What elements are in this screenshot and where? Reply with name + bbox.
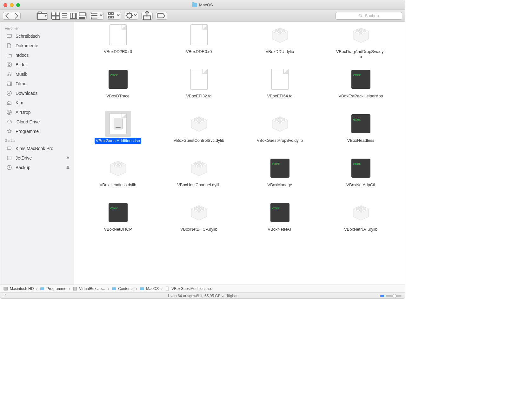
tags-button[interactable]	[156, 12, 167, 20]
breadcrumb-item[interactable]: MacOS	[140, 286, 159, 291]
file-item[interactable]: VBoxHostChannel.dylib	[160, 155, 238, 196]
file-view[interactable]: VBoxDD2R0.r0VBoxDDR0.r0VBoxDDU.dylibVBox…	[74, 22, 405, 285]
svg-rect-6	[73, 13, 75, 18]
sidebar-item[interactable]: AirDrop	[0, 108, 74, 117]
svg-point-18	[359, 14, 362, 16]
sidebar-item-label: Backup	[16, 165, 30, 170]
sidebar-item[interactable]: htdocs	[0, 50, 74, 60]
new-folder-button[interactable]	[37, 12, 48, 20]
sidebar-item[interactable]: iCloud Drive	[0, 117, 74, 127]
svg-rect-7	[76, 13, 76, 18]
coverflow-view-button[interactable]	[78, 12, 87, 20]
list-view-button[interactable]	[60, 12, 69, 20]
sidebar-item[interactable]: Programme	[0, 127, 74, 136]
breadcrumb-item[interactable]: Contents	[112, 286, 133, 291]
breadcrumb-label: Contents	[118, 286, 133, 291]
file-item[interactable]: VBoxNetDHCP.dylib	[160, 200, 238, 241]
arrange-menu-button[interactable]	[90, 12, 104, 20]
zoom-window-button[interactable]	[16, 3, 20, 7]
breadcrumb-item[interactable]: Macintosh HD	[3, 286, 34, 291]
toolbar: Suchen	[0, 10, 405, 22]
close-window-button[interactable]	[3, 3, 7, 7]
icon-size-slider[interactable]	[380, 295, 402, 297]
svg-rect-33	[73, 287, 76, 290]
window-title: MacOS	[192, 3, 213, 7]
file-item[interactable]: VBoxHeadless.dylib	[79, 155, 157, 196]
file-item[interactable]: VBoxHeadless	[322, 111, 400, 152]
svg-rect-32	[40, 287, 44, 290]
breadcrumb-separator-icon: ›	[36, 286, 37, 291]
sidebar-item[interactable]: Kims MacBook Pro	[0, 144, 74, 153]
breadcrumb-item[interactable]: Programme	[40, 286, 66, 291]
svg-rect-15	[111, 16, 113, 18]
file-item[interactable]: VBoxDDR0.r0	[160, 22, 238, 63]
sidebar-item-label: Downloads	[16, 91, 37, 96]
file-item[interactable]: VBoxNetNAT.dylib	[322, 200, 400, 241]
file-label: VBoxHeadless	[347, 138, 374, 143]
eject-icon[interactable]	[66, 165, 70, 170]
svg-point-21	[8, 64, 10, 66]
file-label: VBoxGuestPropSvc.dylib	[257, 138, 303, 143]
sidebar-item[interactable]: Filme	[0, 79, 74, 89]
eject-icon[interactable]	[66, 155, 70, 161]
sidebar-item[interactable]: Downloads	[0, 89, 74, 98]
breadcrumb-label: VBoxGuestAdditions.iso	[171, 286, 212, 291]
sidebar-item-label: Kims MacBook Pro	[16, 146, 53, 151]
breadcrumb-item[interactable]: VirtualBox.ap…	[73, 286, 105, 291]
file-label: VBoxDDU.dylib	[266, 49, 294, 54]
sidebar-item[interactable]: Musik	[0, 69, 74, 79]
file-item[interactable]: VBoxGuestPropSvc.dylib	[241, 111, 319, 152]
column-view-button[interactable]	[69, 12, 78, 20]
sidebar-item[interactable]: Bilder	[0, 60, 74, 69]
svg-rect-5	[70, 13, 72, 18]
svg-rect-1	[52, 12, 55, 15]
file-item[interactable]: VBoxDragAndDropSvc.dylib	[322, 22, 400, 63]
folder-icon	[192, 3, 197, 7]
file-item[interactable]: VBoxNetNAT	[241, 200, 319, 241]
file-item[interactable]: VBoxDDU.dylib	[241, 22, 319, 63]
sidebar-item[interactable]: Kim	[0, 98, 74, 108]
forward-button[interactable]	[12, 12, 21, 20]
breadcrumb-label: Macintosh HD	[10, 286, 34, 291]
file-icon	[267, 66, 293, 92]
file-item[interactable]: VBoxManage	[241, 155, 319, 196]
minimize-window-button[interactable]	[10, 3, 14, 7]
sidebar-item[interactable]: Backup	[0, 163, 74, 172]
file-icon	[267, 22, 293, 48]
file-item[interactable]: VBoxExtPackHelperApp	[322, 66, 400, 108]
file-item[interactable]: VBoxEFI32.fd	[160, 66, 238, 108]
customize-toolbar-icon[interactable]	[2, 293, 6, 298]
group-menu-button[interactable]	[107, 12, 121, 20]
breadcrumb-label: MacOS	[146, 286, 159, 291]
downloads-icon	[6, 90, 12, 96]
svg-rect-14	[109, 16, 110, 18]
svg-point-9	[91, 13, 92, 14]
search-field[interactable]: Suchen	[336, 12, 402, 20]
file-item[interactable]: VBoxNetDHCP	[79, 200, 157, 241]
file-item[interactable]: VBoxDD2R0.r0	[79, 22, 157, 63]
svg-rect-2	[57, 12, 59, 15]
file-label: VBoxDDR0.r0	[186, 49, 212, 54]
file-item[interactable]: VBoxEFI64.fd	[241, 66, 319, 108]
music-icon	[6, 71, 12, 77]
sidebar-item[interactable]: JetDrive	[0, 153, 74, 163]
share-button[interactable]	[141, 12, 153, 20]
file-item[interactable]: VBoxNetAdpCtl	[322, 155, 400, 196]
file-icon	[348, 111, 374, 137]
file-label: VBoxNetAdpCtl	[346, 182, 375, 187]
sidebar-item-label: Schreibtisch	[16, 34, 40, 39]
sidebar-item[interactable]: Schreibtisch	[0, 31, 74, 41]
icon-view-button[interactable]	[51, 12, 60, 20]
file-item[interactable]: VBoxGuestAdditions.iso	[79, 111, 157, 152]
breadcrumb-item[interactable]: VBoxGuestAdditions.iso	[165, 286, 212, 291]
back-button[interactable]	[3, 12, 12, 20]
breadcrumb-label: VirtualBox.ap…	[79, 286, 105, 291]
file-item[interactable]: VBoxDTrace	[79, 66, 157, 108]
sidebar-item[interactable]: Dokumente	[0, 41, 74, 50]
breadcrumb-separator-icon: ›	[69, 286, 70, 291]
file-label: VBoxManage	[267, 182, 292, 187]
action-menu-button[interactable]	[124, 12, 138, 20]
file-item[interactable]: VBoxGuestControlSvc.dylib	[160, 111, 238, 152]
path-bar: Macintosh HD›Programme›VirtualBox.ap…›Co…	[0, 285, 405, 292]
file-icon	[105, 111, 131, 137]
